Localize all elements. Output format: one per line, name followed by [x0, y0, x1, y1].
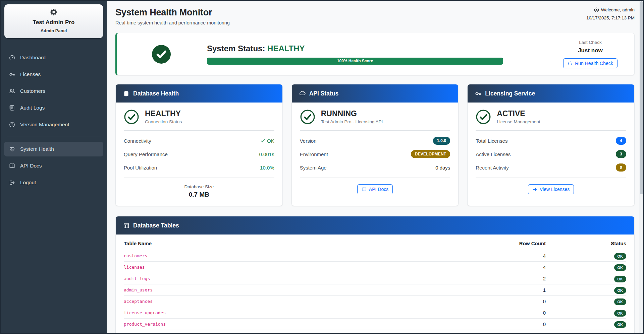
status-banner-middle: System Status: HEALTHY 100% Health Score [207, 44, 555, 65]
sidebar-item-licenses[interactable]: Licenses [4, 67, 103, 82]
sidebar-item-label: Logout [20, 180, 36, 186]
api-status-row: RUNNING Test Admin Pro - Licensing API [300, 109, 450, 125]
active-licenses-badge: 3 [616, 150, 626, 158]
licensing-service-card-header: Licensing Service [468, 84, 634, 103]
status-banner-right: Last Check Just now Run Health Check [555, 40, 626, 68]
api-docs-button[interactable]: API Docs [357, 184, 393, 194]
refresh-icon [568, 61, 573, 66]
api-status-card-header: API Status [292, 84, 459, 103]
sidebar-item-system-health[interactable]: System Health [4, 142, 103, 156]
database-size-value: 0.7 MB [124, 191, 274, 198]
table-name-cell: audit_logs [124, 273, 492, 284]
brand-subtitle: Admin Panel [7, 28, 100, 33]
divider [124, 130, 274, 131]
system-status-banner: System Status: HEALTHY 100% Health Score… [115, 33, 635, 75]
table-name-cell: licenses [124, 262, 492, 273]
version-badge: 1.0.0 [433, 137, 450, 145]
query-performance-value: 0.001s [259, 151, 274, 157]
sidebar-item-label: Audit Logs [20, 105, 45, 111]
page-subtitle: Real-time system health and performance … [115, 20, 230, 25]
table-row: audit_logs 2 OK [124, 273, 626, 284]
table-name-cell: product_versions [124, 319, 492, 330]
table-name-cell: customers [124, 250, 492, 262]
column-header-table-name: Table Name [124, 235, 492, 250]
health-progress-bar: 100% Health Score [207, 58, 503, 65]
key-icon [9, 71, 15, 77]
table-row: licenses 4 OK [124, 262, 626, 273]
recent-activity-badge: 0 [616, 163, 626, 172]
database-status: HEALTHY [145, 110, 182, 118]
brand-title: Test Admin Pro [7, 19, 100, 26]
row-count-cell: 2 [492, 273, 546, 284]
gear-icon [50, 9, 57, 15]
page-header-left: System Health Monitor Real-time system h… [115, 7, 230, 25]
status-badge: OK [614, 264, 627, 271]
sidebar-divider [7, 136, 101, 136]
page-header: System Health Monitor Real-time system h… [115, 7, 635, 25]
status-badge: OK [614, 253, 627, 260]
sidebar-item-version-management[interactable]: Version Management [4, 117, 103, 132]
sidebar-item-dashboard[interactable]: Dashboard [4, 50, 103, 65]
page-title: System Health Monitor [115, 7, 230, 18]
sidebar-nav: Dashboard Licenses Customers Audit Logs … [1, 50, 107, 192]
status-badge: OK [614, 321, 627, 328]
database-icon [123, 90, 129, 97]
table-name-cell: admin_users [124, 284, 492, 296]
vertical-scrollbar[interactable] [639, 1, 643, 333]
row-count-cell: 4 [492, 262, 546, 273]
database-tables-card-header: Database Tables [116, 216, 634, 235]
licensing-status: ACTIVE [497, 110, 540, 118]
metric-row: Active Licenses 3 [476, 150, 626, 158]
timestamp: 10/17/2025, 7:17:13 PM [586, 15, 635, 20]
pool-utilization-value: 10.0% [260, 165, 274, 171]
metric-cards-row: Database Health HEALTHY Connection Statu… [115, 84, 635, 206]
metric-row: Query Performance 0.001s [124, 150, 274, 158]
status-badge: OK [614, 287, 627, 294]
metric-row: Total Licenses 4 [476, 136, 626, 145]
system-status-title: System Status: HEALTHY [207, 44, 503, 53]
row-count-cell: 1 [492, 284, 546, 296]
view-licenses-button[interactable]: View Licenses [528, 184, 574, 194]
database-status-row: HEALTHY Connection Status [124, 109, 274, 125]
database-size-block: Database Size 0.7 MB [124, 184, 274, 198]
sidebar-item-audit-logs[interactable]: Audit Logs [4, 101, 103, 115]
status-badge: OK [614, 276, 627, 282]
metric-row: Version 1.0.0 [300, 136, 450, 145]
check-icon [261, 138, 265, 143]
metric-row: Pool Utilization 10.0% [124, 163, 274, 172]
heart-pulse-icon [9, 146, 15, 152]
status-badge: OK [614, 310, 627, 317]
sidebar-item-api-docs[interactable]: API Docs [4, 158, 103, 173]
row-count-cell: 0 [492, 296, 546, 307]
table-row: customers 4 OK [124, 250, 626, 262]
database-tables-card: Database Tables Table Name Row Count Sta… [115, 216, 635, 333]
journal-icon [9, 105, 15, 111]
column-header-row-count: Row Count [492, 235, 546, 250]
sidebar-item-customers[interactable]: Customers [4, 84, 103, 98]
table-name-cell: license_upgrades [124, 307, 492, 319]
run-health-check-button[interactable]: Run Health Check [563, 58, 618, 68]
table-row: admin_users 1 OK [124, 284, 626, 296]
system-age-value: 0 days [435, 165, 450, 171]
row-count-cell: 0 [492, 330, 546, 334]
sidebar-item-label: Customers [20, 88, 45, 94]
check-circle-icon [300, 109, 315, 125]
api-status-caption: Test Admin Pro - Licensing API [321, 119, 383, 124]
sidebar-item-logout[interactable]: Logout [4, 175, 103, 190]
database-health-card-body: HEALTHY Connection Status Connectivity O… [116, 103, 282, 206]
key-icon [475, 90, 481, 97]
speedometer-icon [9, 55, 15, 61]
sidebar: Test Admin Pro Admin Panel Dashboard Lic… [1, 1, 107, 333]
column-header-status: Status [546, 235, 626, 250]
table-row: acceptances 0 OK [124, 296, 626, 307]
cloud-icon [299, 90, 306, 97]
table-row: product_versions 0 OK [124, 319, 626, 330]
check-circle-icon [124, 109, 139, 125]
database-health-card: Database Health HEALTHY Connection Statu… [115, 84, 283, 206]
table-name-cell: acceptances [124, 296, 492, 307]
database-status-caption: Connection Status [145, 119, 182, 124]
brand-card: Test Admin Pro Admin Panel [4, 4, 103, 38]
scrollbar-thumb[interactable] [640, 1, 643, 194]
arrow-up-circle-icon [9, 122, 15, 128]
database-size-label: Database Size [124, 184, 274, 189]
